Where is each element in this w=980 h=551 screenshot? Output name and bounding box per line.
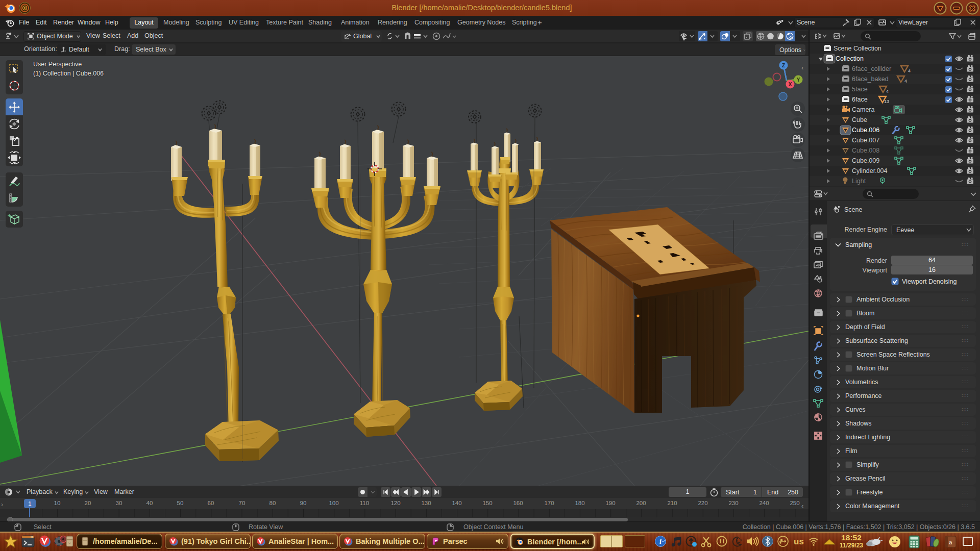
svg-text:X: X <box>789 82 792 87</box>
svg-text:Y: Y <box>797 77 800 83</box>
svg-text:13: 13 <box>884 99 889 104</box>
svg-text:us: us <box>794 537 804 546</box>
svg-text:4: 4 <box>886 89 889 94</box>
svg-text:4: 4 <box>904 79 907 84</box>
svg-text:i: i <box>659 538 662 545</box>
svg-text:Z: Z <box>782 63 785 68</box>
svg-text:4: 4 <box>908 68 911 73</box>
svg-text:a: a <box>949 538 952 546</box>
